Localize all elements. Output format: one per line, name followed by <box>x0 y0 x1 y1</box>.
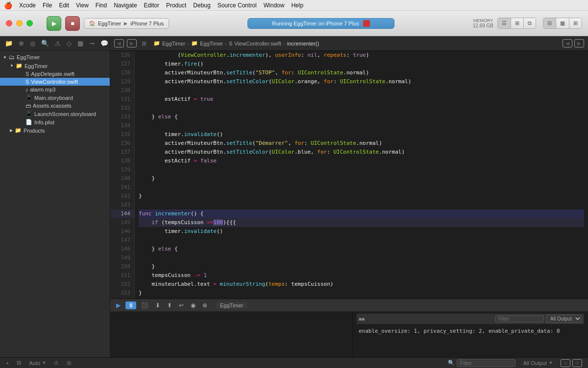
sidebar-item-info-plist[interactable]: 📄 Info.plist <box>0 118 110 126</box>
error-indicator[interactable]: ◎ <box>65 360 74 366</box>
code-line-135: timer.invalidate() <box>139 130 584 139</box>
storyboard-icon: 📱 <box>25 111 32 117</box>
assistant-editor-btn[interactable]: ⊞ <box>511 18 524 28</box>
next-issue-btn[interactable]: ▶ <box>574 39 584 47</box>
status-bar: + ⊟ Auto ▼ ⚠ ◎ 🔍 All Output ▼ ⊟ ⊟ <box>0 357 588 368</box>
chevron-down-icon2: ▼ <box>549 361 553 365</box>
schema-label: Auto <box>29 360 40 366</box>
issue-navigator-btn[interactable]: ⚠ <box>53 39 63 48</box>
output-filter-input[interactable] <box>457 359 515 367</box>
menu-navigate[interactable]: Navigate <box>114 2 137 9</box>
standard-editor-btn[interactable]: ☰ <box>498 18 511 28</box>
breadcrumb-eggtimer1[interactable]: EggTimer <box>162 41 185 46</box>
debug-continue-btn[interactable]: ▶ <box>114 301 122 310</box>
debug-variables-pane <box>110 312 353 357</box>
expand-icon: ▼ <box>10 64 14 68</box>
add-btn[interactable]: + <box>4 360 11 366</box>
close-button[interactable] <box>6 20 12 26</box>
sidebar-item-main-storyboard[interactable]: 📱 Main.storyboard <box>0 93 110 102</box>
filter-btn[interactable]: ⊟ <box>15 360 23 366</box>
find-navigator-btn[interactable]: 🔍 <box>39 39 51 48</box>
maximize-button[interactable] <box>26 20 33 26</box>
debug-step-out-btn[interactable]: ⬆ <box>165 301 174 310</box>
hide-left-panel-btn[interactable]: ⊟ <box>561 359 570 367</box>
output-selector[interactable]: All Output ▼ <box>521 360 555 366</box>
version-editor-btn[interactable]: ⧉ <box>524 18 536 28</box>
menu-help[interactable]: Help <box>291 2 303 9</box>
breadcrumb-viewcontroller[interactable]: ViewController.swift <box>234 41 281 46</box>
warning-btn[interactable]: ⚠ <box>52 360 61 366</box>
source-control-btn[interactable]: ⊕ <box>17 39 26 48</box>
code-line-152: minuteurLabel.text = minuteurString(temp… <box>139 280 584 289</box>
menu-edit[interactable]: Edit <box>59 2 69 9</box>
scheme-selector[interactable]: 🏠 EggTimer ▶ iPhone 7 Plus <box>84 18 169 29</box>
project-label: EggTimer <box>17 54 40 60</box>
prev-issue-btn[interactable]: ◀ <box>563 39 572 47</box>
filter-search-area: 🔍 <box>446 359 517 367</box>
code-content[interactable]: (ViewController.incrementer), userInfo: … <box>135 51 588 299</box>
products-icon: 📁 <box>15 127 22 134</box>
breakpoint-navigator-btn[interactable]: ⊸ <box>87 39 97 48</box>
sidebar-item-products[interactable]: ▶ 📁 Products <box>0 126 110 135</box>
sidebar-item-appdelegate[interactable]: S AppDelegate.swift <box>0 70 110 78</box>
sidebar-item-assets[interactable]: 🗃 Assets.xcassets <box>0 102 110 110</box>
assets-icon: 🗃 <box>25 103 31 109</box>
sidebar-item-viewcontroller[interactable]: S ViewController.swift <box>0 78 110 86</box>
plist-icon: 📄 <box>25 119 32 125</box>
apple-menu[interactable]: 🍎 <box>4 1 12 9</box>
stop-button[interactable]: ■ <box>65 16 80 31</box>
back-button[interactable]: ◀ <box>114 39 124 47</box>
schema-selector[interactable]: Auto ▼ <box>27 360 48 366</box>
menu-window[interactable]: Window <box>264 2 285 9</box>
menu-debug[interactable]: Debug <box>193 2 210 9</box>
xcode-toolbar: ▶ ■ 🏠 EggTimer ▶ iPhone 7 Plus Running E… <box>0 11 588 36</box>
sidebar-item-alarm-label: alarm.mp3 <box>30 87 56 92</box>
debug-step-over-btn[interactable]: ⬛ <box>139 301 150 310</box>
debug-pause-btn[interactable]: ⏸ <box>125 301 136 309</box>
debug-return-btn[interactable]: ↩ <box>177 301 186 310</box>
report-navigator-btn[interactable]: 💬 <box>98 39 110 48</box>
debug-area: ▶ ⏸ ⬛ ⬇ ⬆ ↩ ◉ ⊕ EggTimer ◼◼ <box>110 299 588 357</box>
sidebar-item-project-root[interactable]: ▼ 🗂 EggTimer <box>0 53 110 62</box>
folder-icon2: 📁 <box>191 40 198 46</box>
hide-right-panel-btn[interactable]: ⊟ <box>572 359 582 367</box>
run-button[interactable]: ▶ <box>47 16 61 31</box>
utilities-btn[interactable]: ⊞ <box>569 18 582 28</box>
menu-file[interactable]: File <box>43 2 52 9</box>
code-editor[interactable]: 126 127 128 129 130 131 132 133 134 135 … <box>110 51 588 299</box>
test-navigator-btn[interactable]: ◇ <box>65 39 74 48</box>
menu-find[interactable]: Find <box>96 2 107 9</box>
menu-xcode[interactable]: Xcode <box>19 2 36 9</box>
breadcrumb-eggtimer2[interactable]: EggTimer <box>200 41 223 46</box>
navigator-btn[interactable]: ⊟ <box>543 18 556 28</box>
debug-step-into-btn[interactable]: ⬇ <box>153 301 162 310</box>
debug-simulate-btn[interactable]: ◉ <box>189 301 197 310</box>
code-line-151: tempsCuisson -= 1 <box>139 271 584 280</box>
menu-view[interactable]: View <box>76 2 89 9</box>
debug-filter-input[interactable] <box>495 315 544 322</box>
symbol-navigator-btn[interactable]: ◎ <box>28 39 37 48</box>
menu-product[interactable]: Product <box>166 2 186 9</box>
menu-source-control[interactable]: Source Control <box>218 2 257 9</box>
menu-editor[interactable]: Editor <box>144 2 159 9</box>
sidebar-item-launchscreen[interactable]: 📱 LaunchScreen.storyboard <box>0 110 110 118</box>
sidebar-item-assets-label: Assets.xcassets <box>33 103 72 109</box>
code-line-139 <box>139 165 584 174</box>
output-type-selector[interactable]: All Output <box>546 315 582 323</box>
breadcrumb-incrementer[interactable]: incrementer() <box>287 41 319 46</box>
code-line-132 <box>139 104 584 113</box>
forward-button[interactable]: ▶ <box>127 39 137 47</box>
code-line-143 <box>139 201 584 209</box>
minimize-button[interactable] <box>16 20 23 26</box>
sidebar-item-eggtimer-group[interactable]: ▼ 📁 EggTimer <box>0 62 110 70</box>
editor-controls: ◀ ▶ <box>563 39 584 47</box>
debug-location-btn[interactable]: ⊕ <box>200 301 209 310</box>
sidebar-item-eggtimer-label: EggTimer <box>24 63 48 69</box>
swift-file-icon: S <box>229 41 232 46</box>
related-files-icon: ▦ <box>142 40 147 46</box>
file-navigator-btn[interactable]: 📁 <box>3 39 15 48</box>
debug-btn-toolbar[interactable]: ▦ <box>556 18 569 28</box>
sidebar-item-alarm[interactable]: ♪ alarm.mp3 <box>0 86 110 93</box>
sidebar-item-launchscreen-label: LaunchScreen.storyboard <box>34 111 96 117</box>
debug-navigator-btn[interactable]: ▦ <box>75 39 85 48</box>
